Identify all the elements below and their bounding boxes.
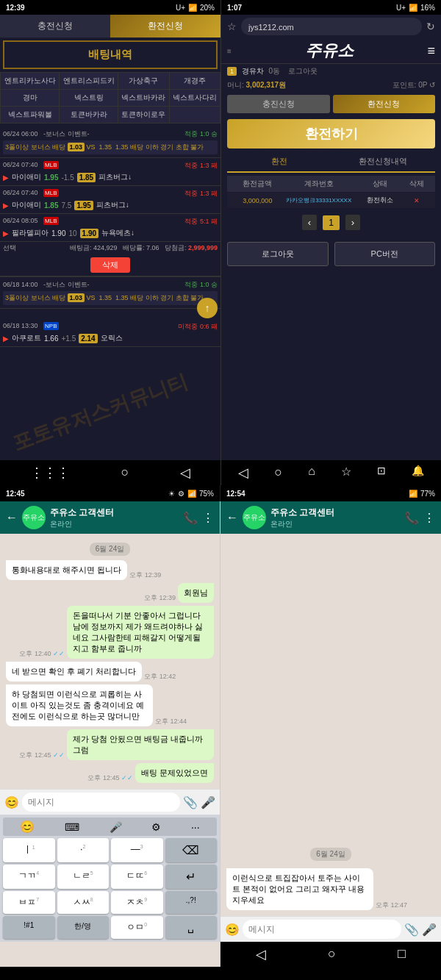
nav-home-chat-right[interactable]: ○ [328,946,336,962]
col-delete: 삭제 [405,179,429,189]
tab-withdraw[interactable]: 환전 [227,151,331,173]
battery-right: 16% [420,4,435,12]
kb-key-om[interactable]: ㅇㅁ0 [111,916,163,939]
nav-home-right[interactable]: ○ [274,465,282,481]
msg-received-right-1: 이런식으로 트집잡아서 토주는 사이트 본적이 없어요 그리고 왜자꾸 내용 지… [226,868,435,910]
call-icon-left[interactable]: 📞 [183,511,198,525]
kb-punct[interactable]: .,?! [165,891,218,914]
kb-key-jc[interactable]: ㅈㅊ9 [111,891,163,914]
msg-sent-3: 오후 12:45 ✓✓ 제가 당첨 안됬으면 배팅금 내줍니까 그럼 [6,729,214,760]
bookmark-icon[interactable]: ☆ [227,21,237,32]
time-right: 1:07 [227,4,242,12]
chat-messages-left: 6월 24일 통화내용대로 해주시면 됩니다 오후 12:39 오후 12:39… [0,534,220,789]
nav-bar-chat-right: ◁ ○ □ [220,942,441,967]
kb-special-btn[interactable]: !#1 [3,916,55,939]
chat-header-left: ← 주유소 주유소 고객센터 온라인 📞 ⋮ [0,501,220,534]
kb-key-ss[interactable]: ㅅㅆ8 [57,891,110,914]
menu-icon[interactable]: ≡ [427,43,435,59]
chat-input-left[interactable] [22,793,180,812]
url-display: jys1212.com [248,23,294,32]
chat-avatar-left: 주유소 [22,506,46,529]
withdraw-tab[interactable]: 환전신청 [110,15,220,37]
chat-input-right[interactable] [243,920,401,939]
chat-name-left: 주유소 고객센터 [50,507,179,519]
more-icon-right[interactable]: ⋮ [423,511,435,525]
more-icon-left[interactable]: ⋮ [202,511,214,525]
nav-notification[interactable]: 🔔 [412,465,424,481]
kb-mic-btn2[interactable]: 🎤 [110,820,122,834]
nav-home-icon[interactable]: ○ [121,465,129,481]
money-display: 3,002,317원 [246,81,287,89]
signal-icon-right: 📶 [409,4,417,12]
bet-item-1: 06/24 06:00 -보너스 이벤트- 적중 1:0 승 3폴이상 보너스 … [0,126,220,158]
scroll-up-button[interactable]: ↑ [197,298,218,318]
nav-tabs-icon[interactable]: ⊡ [377,465,386,481]
bet-item-5: 06/18 14:00 -보너스 이벤트- 적중 1:0 승 3폴이상 보너스 … [0,276,220,309]
nav-menu-icon[interactable]: ⋮⋮⋮ [30,465,70,481]
kb-key-bp[interactable]: ㅂㅍ7 [3,891,55,914]
call-icon-right[interactable]: 📞 [404,511,419,525]
kb-key-1[interactable]: ㅣ1 [3,838,55,862]
date-label-right: 6월 24일 [310,848,351,861]
tab-withdraw-history[interactable]: 환전신청내역 [331,151,436,171]
mic-button-left[interactable]: 🎤 [201,795,215,809]
mic-button-right[interactable]: 🎤 [422,923,437,937]
delete-button[interactable]: 삭제 [90,257,130,273]
site-title: 주유소 [305,40,354,62]
kb-lang-btn[interactable]: 한/영 [57,916,110,939]
chat-input-bar-left: 😊 📎 🎤 [0,789,220,815]
charge-button[interactable]: 충진신청 [227,95,330,113]
nav-back-icon[interactable]: ◁ [180,465,190,481]
kb-more-btn[interactable]: ··· [191,820,200,834]
delete-cell[interactable]: ✕ [405,197,429,204]
attach-button-right[interactable]: 📎 [404,923,419,937]
kb-backspace[interactable]: ⌫ [165,838,218,862]
back-button-left[interactable]: ← [6,511,18,524]
bet-item-4: 06/24 08:05 MLB 적중 5:1 패 ▶ 필라델피아 1.90 10… [0,214,220,242]
page-prev[interactable]: ‹ [302,215,317,230]
charge-tab[interactable]: 충전신청 [0,15,110,37]
nav-back-chat-right[interactable]: ◁ [256,946,266,962]
nav-bar-left: ⋮⋮⋮ ○ ◁ [0,460,220,485]
kb-space[interactable]: ␣ [165,916,218,939]
nav-home-icon2[interactable]: ⌂ [308,465,315,481]
table-row: 3,000,000 카카오뱅크33331XXXXX 환전취소 ✕ [227,193,435,208]
kb-key-de[interactable]: ㄷㄸ6 [111,865,163,889]
kb-settings-btn[interactable]: ⚙ [151,820,161,834]
kb-key-gk[interactable]: ㄱㄲ4 [3,865,55,889]
emoji-button-left[interactable]: 😊 [4,795,19,809]
page-next[interactable]: › [345,215,360,230]
back-button-right[interactable]: ← [226,511,238,524]
account-cell: 카카오뱅크33331XXXXX [282,196,356,204]
kb-key-dot[interactable]: ·2 [57,838,110,862]
battery-left: 20% [200,4,215,12]
nav-recent-chat-right[interactable]: □ [398,946,406,962]
kb-emoji-btn[interactable]: 😊 [20,820,35,834]
time-chat-right: 12:54 [226,490,245,498]
nav-back-right[interactable]: ◁ [238,465,248,481]
kb-key-nr[interactable]: ㄴㄹ5 [57,865,110,889]
kb-key-dash[interactable]: —3 [111,838,163,862]
carrier-left: U+ [176,4,185,12]
emoji-button-right[interactable]: 😊 [225,923,240,937]
withdraw-button[interactable]: 환전신청 [333,95,436,113]
bet-item-2: 06/24 07:40 MLB 적중 1:3 패 ▶ 마이애미 1.95 -1.… [0,158,220,186]
bet-item-6: 06/18 13:30 NPB 미적중 0:6 패 ▶ 아쿠로트 1.66 +1… [0,319,220,347]
kb-enter[interactable]: ↵ [165,865,218,889]
col-account: 계좌번호 [282,179,356,189]
chat-status-right: 온라인 [270,519,400,529]
username: 경유차 [242,67,264,75]
status-cell: 환전취소 [356,196,405,205]
msg-received-1: 통화내용대로 해주시면 됩니다 오후 12:39 [6,560,214,580]
watermark-left: 포토유저스커뮤니티 [8,368,192,457]
logout-button[interactable]: 로그아웃 [227,242,329,266]
col-status: 상태 [356,179,405,189]
msg-sent-4: 오후 12:45 ✓✓ 배팅 문제있었으면 [6,763,214,783]
refresh-icon[interactable]: ↻ [426,21,435,32]
nav-bar-right: ◁ ○ ⌂ ☆ ⊡ 🔔 [221,460,441,485]
kb-keyboard-btn[interactable]: ⌨ [65,820,79,834]
pc-version-button[interactable]: PC버전 [334,242,436,266]
status-bar-left: 12:39 U+ 📶 20% [0,0,220,15]
attach-button-left[interactable]: 📎 [183,795,198,809]
nav-star-icon[interactable]: ☆ [341,465,351,481]
